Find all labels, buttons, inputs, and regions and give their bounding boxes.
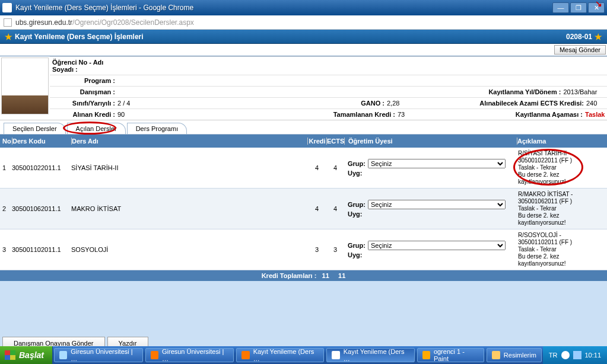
folder-icon: [492, 351, 500, 359]
url-host: ubs.giresun.edu.tr: [15, 18, 72, 27]
row-no: 1: [0, 164, 12, 171]
grup-label: Grup:: [348, 242, 366, 249]
taskbar-item[interactable]: Giresun Üniversitesi | …: [145, 348, 234, 362]
ects-label: Alınabilecek Azami ECTS Kredisi:: [420, 100, 586, 107]
grup-label: Grup:: [348, 201, 366, 208]
mesaj-gonder-button[interactable]: Mesaj Gönder: [554, 45, 606, 55]
program-label: Program :: [52, 77, 117, 84]
row-kodu: 305001062011.1: [12, 205, 71, 212]
taskbar-item[interactable]: Giresun Üniversitesi | …: [54, 348, 143, 362]
taskbar: Başlat Giresun Üniversitesi | … Giresun …: [0, 346, 607, 364]
taskbar-item-label: Kayıt Yenileme (Ders …: [344, 348, 409, 362]
tab-secilen-dersler[interactable]: Seçilen Dersler: [4, 123, 66, 134]
totals-ects: 11: [338, 272, 345, 279]
tray-icon: [573, 351, 581, 359]
row-kredi: 3: [307, 246, 326, 253]
row-adi: MAKRO İKTİSAT: [71, 205, 307, 212]
grup-select[interactable]: Seçiniz: [368, 200, 506, 209]
maximize-button[interactable]: ❐: [570, 2, 587, 13]
row-ects: 4: [326, 164, 344, 171]
row-ects: 4: [326, 205, 344, 212]
taskbar-item[interactable]: Kayıt Yenileme (Ders …: [236, 348, 324, 362]
star-icon: ★: [5, 32, 12, 41]
taskbar-item[interactable]: ogrenci 1 - Paint: [417, 348, 484, 362]
window-titlebar: Kayıt Yenileme (Ders Seçme) İşlemleri - …: [0, 0, 607, 15]
tab-ders-programi[interactable]: Ders Programı: [127, 123, 187, 134]
uyg-label: Uyg:: [348, 210, 362, 218]
table-row: 1 305001022011.1 SİYASİ TARİH-II 4 4 ↘ G…: [0, 148, 607, 189]
minimize-button[interactable]: —: [552, 2, 569, 13]
ogrenci-no-value: [117, 59, 605, 73]
taskbar-item[interactable]: Resimlerim: [487, 348, 542, 362]
col-ogretim-uyesi: Öğretim Üyesi: [344, 138, 517, 145]
student-photo: [1, 58, 49, 114]
table-row: 2 305001062011.1 MAKRO İKTİSAT 4 4 Grup:…: [0, 189, 607, 229]
grup-select[interactable]: Seçiniz: [368, 159, 506, 168]
grup-select[interactable]: Seçiniz: [368, 241, 506, 250]
paint-icon: [422, 351, 430, 359]
start-button[interactable]: Başlat: [0, 346, 53, 364]
program-value: [117, 77, 605, 84]
row-no: 3: [0, 246, 12, 253]
table-body: 1 305001022011.1 SİYASİ TARİH-II 4 4 ↘ G…: [0, 148, 607, 270]
tray-lang: TR: [549, 352, 558, 359]
taskbar-item-label: Resimlerim: [504, 352, 536, 359]
col-no: No: [0, 138, 12, 145]
table-header: No Ders Kodu Ders Adı Kredi ECTS Öğretim…: [0, 135, 607, 148]
chrome-icon: [59, 351, 67, 359]
tamam-label: Tamamlanan Kredi :: [330, 111, 395, 118]
row-kodu: 305001022011.1: [12, 164, 71, 171]
tab-acilan-dersler[interactable]: Açılan Dersler: [67, 123, 126, 134]
windows-logo-icon: [5, 350, 15, 360]
col-kredi: Kredi: [307, 138, 326, 145]
page-code: 0208-01: [566, 33, 592, 41]
yil-value: 2013/Bahar: [563, 88, 605, 95]
taskbar-item[interactable]: Kayıt Yenileme (Ders …: [326, 348, 414, 362]
firefox-icon: [241, 351, 249, 359]
chrome-icon: [332, 351, 339, 359]
taskbar-item-label: Giresun Üniversitesi | …: [71, 348, 137, 362]
grup-label: Grup:: [348, 160, 366, 167]
ects-value: 240: [586, 100, 604, 107]
page-favicon: [4, 18, 12, 27]
sinif-value: 2 / 4: [117, 100, 349, 107]
sinif-label: Sınıfı/Yarıyılı :: [52, 100, 117, 107]
annotation-arrow-icon: ↘: [595, 0, 602, 8]
row-aciklama: R/SİYASİ TARİH-II - 305001022011 (FF ) T…: [518, 150, 572, 185]
system-tray[interactable]: TR 10:11: [543, 346, 607, 364]
row-ects: 3: [326, 246, 344, 253]
tamam-value: 73: [395, 111, 419, 118]
uyg-label: Uyg:: [348, 170, 362, 177]
star-icon: ★: [595, 32, 602, 41]
col-ects: ECTS: [326, 138, 344, 145]
alinan-value: 90: [117, 111, 330, 118]
danisman-label: Danışman :: [52, 88, 117, 95]
asama-label: Kayıtlanma Aşaması :: [419, 111, 585, 118]
taskbar-item-label: Giresun Üniversitesi | …: [162, 348, 228, 362]
ogrenci-no-label: Öğrenci No - Adı Soyadı :: [52, 59, 117, 73]
tab-acilan-dersler-label: Açılan Dersler: [76, 125, 117, 132]
tray-clock: 10:11: [585, 352, 602, 359]
asama-value: Taslak: [585, 111, 605, 118]
table-row: 3 305001102011.1 SOSYOLOJİ 3 3 Grup: Seç…: [0, 229, 607, 270]
page-header: ★ Kayıt Yenileme (Ders Seçme) İşlemleri …: [0, 30, 607, 44]
row-aciklama: R/SOSYOLOJİ - 305001102011 (FF ) Taslak …: [518, 232, 572, 267]
url-path: /Ogrenci/Ogr0208/SecilenDersler.aspx: [72, 18, 194, 27]
start-label: Başlat: [19, 350, 44, 360]
page-title: Kayıt Yenileme (Ders Seçme) İşlemleri: [15, 33, 144, 41]
col-aciklama: Açıklama: [517, 138, 592, 145]
uyg-label: Uyg:: [348, 251, 362, 258]
address-bar[interactable]: ubs.giresun.edu.tr/Ogrenci/Ogr0208/Secil…: [0, 15, 607, 30]
tabs: Seçilen Dersler Açılan Dersler Ders Prog…: [0, 120, 607, 135]
totals-bar: Kredi Toplamları : 11 11: [0, 270, 607, 281]
row-adi: SOSYOLOJİ: [71, 246, 307, 253]
danisman-value: [117, 88, 308, 95]
taskbar-item-label: Kayıt Yenileme (Ders …: [253, 348, 319, 362]
gano-value: 2,28: [384, 100, 420, 107]
gano-label: GANO :: [349, 100, 384, 107]
student-profile: Öğrenci No - Adı Soyadı : Program : Danı…: [0, 56, 607, 120]
row-kodu: 305001102011.1: [12, 246, 71, 253]
tray-icon: [561, 351, 570, 359]
app-icon: [2, 3, 12, 12]
yil-label: Kayıtlanma Yıl/Dönem :: [308, 88, 563, 95]
